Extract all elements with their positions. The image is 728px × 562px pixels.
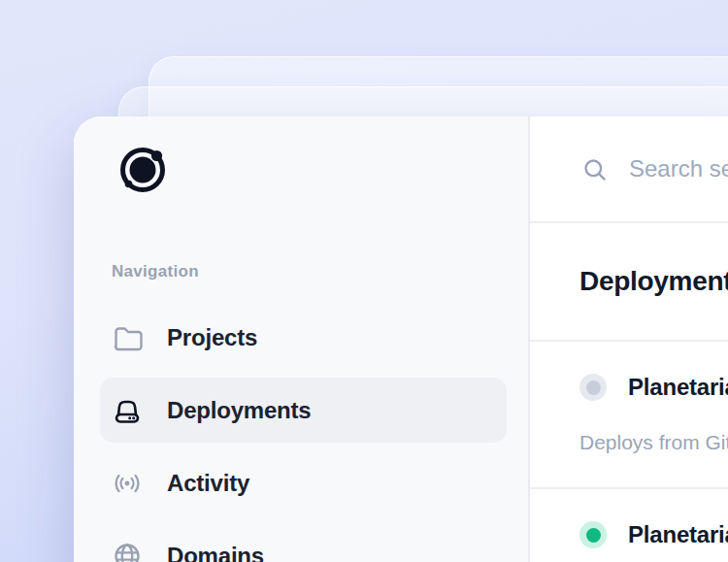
sidebar-item-label: Deployments — [167, 397, 312, 424]
content-panel: Deployments Planetaria Deploys from GitH… — [530, 116, 728, 562]
page-header: Deployments — [530, 223, 728, 342]
deployment-item: Planetaria Deploys from GitHub — [530, 342, 728, 487]
hard-drive-icon — [111, 394, 144, 427]
status-dot — [586, 528, 601, 543]
broadcast-icon — [111, 467, 144, 500]
orbit-logo-icon — [117, 145, 168, 195]
deployment-name: Planetaria — [628, 520, 728, 549]
sidebar-item-deployments[interactable]: Deployments — [100, 378, 507, 443]
nav-section-label: Navigation — [112, 262, 199, 281]
search-input[interactable] — [629, 116, 728, 221]
sidebar-nav: Projects Deployments — [100, 305, 507, 562]
sidebar-item-label: Projects — [167, 324, 257, 351]
sidebar: Navigation Projects — [74, 116, 530, 562]
sidebar-item-activity[interactable]: Activity — [100, 450, 507, 515]
folder-icon — [111, 321, 144, 354]
sidebar-item-domains[interactable]: Domains — [100, 523, 507, 562]
sidebar-item-label: Domains — [167, 543, 264, 562]
deployment-row[interactable]: Planetaria — [579, 520, 728, 549]
app-window: Navigation Projects — [74, 116, 728, 562]
deployment-item: Planetaria Deploys from GitHub — [530, 487, 728, 562]
status-indicator — [579, 521, 607, 548]
sidebar-item-label: Activity — [167, 470, 249, 497]
page-title: Deployments — [579, 266, 728, 297]
globe-icon — [111, 540, 144, 562]
search-bar — [530, 116, 728, 223]
deployment-subtitle: Deploys from GitHub — [579, 430, 728, 455]
search-icon — [582, 157, 608, 182]
deployment-name: Planetaria — [628, 373, 728, 402]
deployment-row[interactable]: Planetaria — [579, 373, 728, 402]
status-dot — [586, 380, 601, 395]
deployments-list: Planetaria Deploys from GitHub Planetari… — [530, 342, 728, 562]
status-indicator — [579, 374, 607, 401]
sidebar-item-projects[interactable]: Projects — [100, 305, 507, 370]
